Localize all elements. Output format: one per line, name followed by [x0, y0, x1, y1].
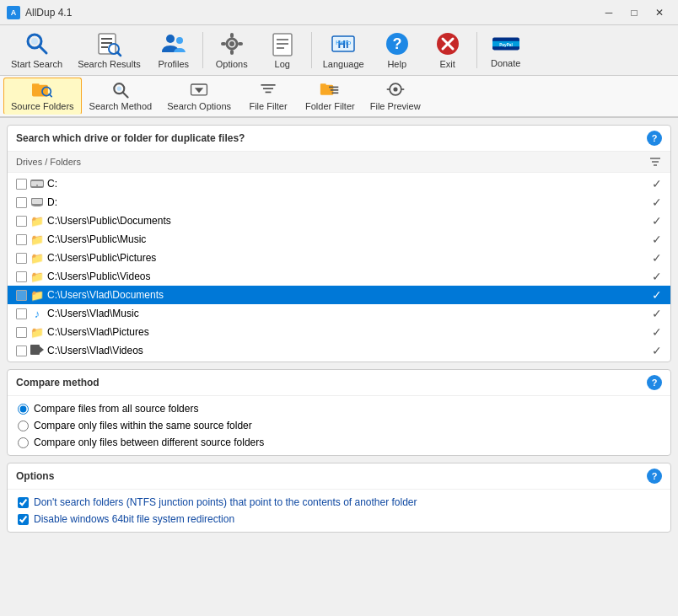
- options-header: Options ?: [8, 463, 670, 490]
- start-search-icon: [24, 30, 51, 57]
- option-no-junction[interactable]: Don't search folders (NTFS junction poin…: [18, 496, 660, 508]
- file-preview-tab[interactable]: File Preview: [363, 78, 428, 115]
- search-options-tab[interactable]: Search Options: [159, 78, 239, 115]
- item-name: C:\Users\Public\Pictures: [47, 252, 648, 264]
- svg-rect-33: [32, 84, 40, 87]
- options-help-button[interactable]: ?: [647, 469, 662, 484]
- options-title: Options: [16, 470, 54, 482]
- drives-folders-title: Search which drive or folder for duplica…: [16, 132, 245, 144]
- svg-point-10: [176, 37, 183, 44]
- profiles-button[interactable]: Profiles: [148, 27, 199, 73]
- log-icon: [269, 30, 296, 57]
- item-checkbox[interactable]: [16, 290, 27, 301]
- help-button[interactable]: ? Help: [372, 27, 422, 73]
- log-button[interactable]: Log: [257, 27, 308, 73]
- app-icon: A: [7, 6, 20, 19]
- source-folders-tab[interactable]: Source Folders: [3, 78, 82, 115]
- svg-point-58: [36, 185, 38, 186]
- list-item[interactable]: 📁 C:\Users\Public\Pictures ✓: [8, 249, 670, 267]
- folder-icon: 📁: [30, 252, 44, 265]
- option-no-junction-input[interactable]: [18, 497, 29, 508]
- list-item[interactable]: 📁 C:\Users\Vlad\Documents ✓: [8, 286, 670, 304]
- sub-toolbar: Source Folders Search Method Search Opti…: [0, 76, 678, 118]
- radio-all-folders[interactable]: Compare files from all source folders: [18, 403, 660, 415]
- radio-all-folders-input[interactable]: [18, 404, 29, 415]
- close-button[interactable]: ✕: [648, 4, 671, 21]
- svg-point-38: [117, 87, 121, 91]
- video-icon: [30, 344, 44, 358]
- item-checkbox[interactable]: [16, 308, 27, 319]
- svg-rect-15: [221, 42, 226, 46]
- content-area: Search which drive or folder for duplica…: [0, 118, 678, 616]
- search-results-icon: [95, 30, 122, 57]
- folder-filter-tab[interactable]: Folder Filter: [298, 78, 363, 115]
- radio-diff-folders-input[interactable]: [18, 437, 29, 448]
- folder-filter-icon: [320, 79, 340, 99]
- option-no-redirect[interactable]: Disable windows 64bit file system redire…: [18, 513, 660, 525]
- file-filter-label: File Filter: [249, 101, 287, 112]
- item-checkbox[interactable]: [16, 271, 27, 282]
- item-name: C:\Users\Public\Documents: [47, 215, 648, 227]
- list-item[interactable]: C:\Users\Vlad\Videos ✓: [8, 341, 670, 360]
- folder-icon: 📁: [30, 289, 44, 302]
- exit-button[interactable]: Exit: [422, 27, 473, 73]
- item-checkbox[interactable]: [16, 179, 27, 190]
- list-item[interactable]: 📁 C:\Users\Public\Music ✓: [8, 230, 670, 249]
- search-method-icon: [110, 79, 131, 99]
- svg-line-1: [40, 46, 46, 53]
- maximize-button[interactable]: □: [622, 4, 646, 21]
- help-icon: ?: [384, 30, 411, 57]
- svg-rect-45: [320, 84, 326, 87]
- list-item[interactable]: 📁 C:\Users\Public\Documents ✓: [8, 212, 670, 230]
- sort-icon: [648, 155, 662, 169]
- item-name: D:: [47, 196, 648, 208]
- item-checkbox[interactable]: [16, 253, 27, 264]
- file-preview-label: File Preview: [370, 101, 421, 112]
- separator-2: [311, 32, 312, 68]
- item-check: ✓: [652, 251, 662, 265]
- start-search-label: Start Search: [11, 59, 62, 70]
- radio-same-folder[interactable]: Compare only files within the same sourc…: [18, 420, 660, 431]
- radio-same-folder-label: Compare only files within the same sourc…: [34, 420, 252, 431]
- compare-method-help-button[interactable]: ?: [647, 375, 662, 390]
- drive-icon: [30, 196, 44, 210]
- language-button[interactable]: Hi Hello Language: [315, 27, 372, 73]
- item-name: C:: [47, 178, 648, 190]
- search-results-button[interactable]: Search Results: [70, 27, 148, 73]
- item-checkbox[interactable]: [16, 216, 27, 227]
- item-check: ✓: [652, 270, 662, 283]
- item-name: C:\Users\Public\Music: [47, 233, 648, 245]
- donate-button[interactable]: PayPal Donate: [481, 27, 531, 73]
- drives-folders-panel: Search which drive or folder for duplica…: [7, 125, 671, 362]
- svg-point-2: [31, 38, 38, 45]
- window-controls: ─ □ ✕: [597, 4, 671, 21]
- item-checkbox[interactable]: [16, 234, 27, 245]
- option-no-redirect-input[interactable]: [18, 514, 29, 525]
- list-item[interactable]: 📁 C:\Users\Public\Videos ✓: [8, 267, 670, 286]
- minimize-button[interactable]: ─: [597, 4, 621, 21]
- radio-diff-folders[interactable]: Compare only files between different sou…: [18, 437, 660, 448]
- list-item[interactable]: D: ✓: [8, 193, 670, 212]
- folder-icon: 📁: [30, 271, 44, 283]
- start-search-button[interactable]: Start Search: [3, 27, 70, 73]
- svg-line-35: [49, 94, 51, 97]
- option-no-redirect-label: Disable windows 64bit file system redire…: [34, 513, 234, 525]
- list-item[interactable]: C: ✓: [8, 174, 670, 193]
- svg-text:?: ?: [392, 35, 401, 52]
- file-filter-tab[interactable]: File Filter: [239, 78, 298, 115]
- radio-same-folder-input[interactable]: [18, 420, 29, 431]
- search-method-tab[interactable]: Search Method: [82, 78, 160, 115]
- list-item[interactable]: ♪ C:\Users\Vlad\Music ✓: [8, 304, 670, 323]
- svg-rect-61: [32, 199, 42, 204]
- folder-list: C: ✓ D: ✓ 📁 C:\Users\Public\Documents ✓: [8, 173, 670, 362]
- item-checkbox[interactable]: [16, 197, 27, 208]
- options-panel: Options ? Don't search folders (NTFS jun…: [7, 463, 671, 533]
- item-check: ✓: [652, 233, 662, 246]
- item-checkbox[interactable]: [16, 345, 27, 356]
- music-icon: ♪: [30, 308, 44, 320]
- list-item[interactable]: 📁 C:\Users\Vlad\Pictures ✓: [8, 323, 670, 341]
- item-name: C:\Users\Vlad\Pictures: [47, 326, 648, 338]
- options-button[interactable]: Options: [207, 27, 257, 73]
- item-checkbox[interactable]: [16, 327, 27, 338]
- drives-folders-help-button[interactable]: ?: [647, 131, 662, 146]
